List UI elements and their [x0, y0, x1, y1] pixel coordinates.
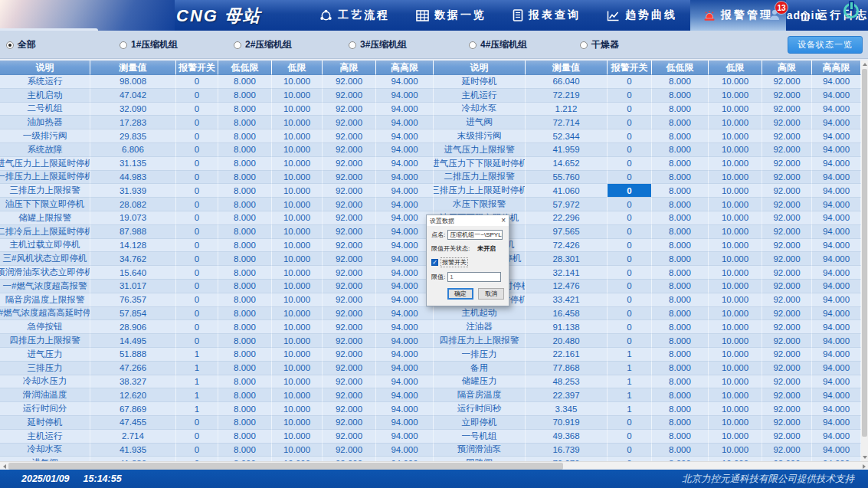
cell-alarm-switch[interactable]: 1	[176, 402, 218, 416]
dialog-titlebar[interactable]: 设置数据 ×	[427, 215, 509, 226]
cell-alarm-switch[interactable]: 0	[176, 198, 218, 211]
nav-item-process[interactable]: 工艺流程	[306, 0, 403, 31]
radio-icon[interactable]	[580, 41, 588, 49]
cell-alarm-switch[interactable]: 0	[176, 116, 218, 129]
close-icon[interactable]: ×	[501, 217, 506, 224]
radio-icon[interactable]	[234, 41, 241, 49]
cell-alarm-switch[interactable]: 0	[176, 444, 218, 457]
cell-alarm-switch[interactable]: 0	[608, 129, 652, 143]
cell-lo-limit: 10.000	[272, 198, 323, 211]
table-row: 一排压力22.16118.00010.00092.00094.000	[434, 348, 861, 362]
cell-alarm-switch[interactable]: 0	[608, 239, 652, 253]
cell-alarm-switch[interactable]: 0	[608, 280, 652, 293]
cell-lolo-limit: 8.000	[218, 430, 272, 444]
cell-alarm-switch[interactable]: 0	[176, 89, 218, 103]
cell-description: 主机起动	[434, 307, 526, 321]
cell-alarm-switch[interactable]: 0	[176, 143, 218, 157]
cell-alarm-switch[interactable]: 0	[608, 444, 652, 457]
nav-item-data[interactable]: 数据一览	[403, 0, 500, 31]
filter-radio-unit1[interactable]: 1#压缩机组	[120, 38, 178, 51]
cell-alarm-switch[interactable]: 0	[608, 225, 652, 239]
radio-icon[interactable]	[349, 41, 356, 49]
cell-alarm-switch[interactable]: 1	[608, 375, 652, 389]
cell-measured-value: 41.060	[526, 184, 608, 198]
cell-alarm-switch[interactable]: 0	[608, 266, 652, 280]
cell-alarm-switch[interactable]: 0	[176, 416, 218, 430]
point-name-input[interactable]: 压缩机组一~\SPYLSSX	[447, 230, 503, 240]
cell-alarm-switch[interactable]: 0	[608, 320, 652, 334]
scroll-down-arrow-icon[interactable]	[861, 454, 868, 461]
cell-alarm-switch-selected[interactable]: 0	[608, 184, 652, 198]
nav-item-report[interactable]: 报表查询	[500, 0, 594, 31]
cell-alarm-switch[interactable]: 1	[176, 362, 218, 375]
cell-alarm-switch[interactable]: 0	[608, 116, 652, 129]
vertical-scrollbar[interactable]	[861, 61, 868, 461]
cell-alarm-switch[interactable]: 0	[608, 430, 652, 444]
cell-alarm-switch[interactable]: 0	[176, 430, 218, 444]
cell-hi-limit: 92.000	[323, 444, 376, 457]
cell-alarm-switch[interactable]: 1	[176, 348, 218, 362]
cell-alarm-switch[interactable]: 1	[176, 388, 218, 402]
cell-alarm-switch[interactable]: 1	[608, 402, 652, 416]
cell-alarm-switch[interactable]: 0	[176, 211, 218, 225]
filter-radio-unit3[interactable]: 3#压缩机组	[349, 38, 407, 51]
filter-radio-unit2[interactable]: 2#压缩机组	[234, 38, 292, 51]
cell-hi-limit: 92.000	[762, 198, 812, 211]
power-icon[interactable]	[843, 3, 859, 18]
cell-alarm-switch[interactable]: 0	[608, 334, 652, 348]
cell-alarm-switch[interactable]: 0	[608, 89, 652, 103]
cell-alarm-switch[interactable]: 0	[176, 103, 218, 116]
cell-alarm-switch[interactable]: 0	[176, 320, 218, 334]
cell-alarm-switch[interactable]: 0	[176, 266, 218, 280]
cell-alarm-switch[interactable]: 0	[608, 143, 652, 157]
cell-description: 滑润油温度	[0, 388, 90, 402]
cell-alarm-switch[interactable]: 0	[176, 252, 218, 266]
scroll-up-arrow-icon[interactable]	[861, 61, 868, 68]
user-menu[interactable]: admin	[768, 0, 822, 31]
filter-radio-dryer[interactable]: 干燥器	[580, 38, 619, 51]
filter-radio-all[interactable]: 全部	[6, 38, 36, 51]
cell-alarm-switch[interactable]: 0	[176, 293, 218, 307]
radio-icon[interactable]	[120, 41, 127, 49]
cell-alarm-switch[interactable]: 0	[608, 157, 652, 171]
cell-lo-limit: 10.000	[272, 362, 323, 375]
alarm-switch-checkbox-label[interactable]: 报警开关	[441, 257, 468, 267]
cell-alarm-switch[interactable]: 0	[608, 211, 652, 225]
cell-alarm-switch[interactable]: 0	[608, 307, 652, 321]
cell-alarm-switch[interactable]: 0	[608, 75, 652, 89]
cell-alarm-switch[interactable]: 0	[608, 252, 652, 266]
cell-alarm-switch[interactable]: 0	[608, 198, 652, 211]
cell-alarm-switch[interactable]: 1	[608, 362, 652, 375]
cell-alarm-switch[interactable]: 0	[176, 184, 218, 198]
cell-alarm-switch[interactable]: 1	[608, 348, 652, 362]
cell-hi-limit: 92.000	[323, 116, 376, 129]
cell-alarm-switch[interactable]: 0	[608, 171, 652, 185]
cell-alarm-switch[interactable]: 0	[608, 416, 652, 430]
radio-icon[interactable]	[469, 41, 477, 49]
cell-alarm-switch[interactable]: 0	[176, 307, 218, 321]
cell-alarm-switch[interactable]: 1	[608, 388, 652, 402]
radio-icon[interactable]	[6, 41, 14, 49]
cell-alarm-switch[interactable]: 0	[176, 239, 218, 253]
nav-item-trend[interactable]: 趋势曲线	[594, 0, 690, 31]
cell-alarm-switch[interactable]: 0	[176, 225, 218, 239]
cell-alarm-switch[interactable]: 1	[176, 375, 218, 389]
cell-alarm-switch[interactable]: 0	[176, 171, 218, 185]
cell-alarm-switch[interactable]: 0	[176, 334, 218, 348]
alarm-switch-checkbox[interactable]: ✓	[431, 259, 438, 266]
filter-radio-unit4[interactable]: 4#压缩机组	[469, 38, 527, 51]
device-status-button[interactable]: 设备状态一览	[788, 36, 863, 54]
horizontal-scroll-thumb[interactable]	[8, 463, 563, 470]
cell-alarm-switch[interactable]: 0	[608, 293, 652, 307]
cell-alarm-switch[interactable]: 0	[608, 103, 652, 116]
cell-hihi-limit: 94.000	[812, 320, 861, 334]
cell-alarm-switch[interactable]: 0	[176, 75, 218, 89]
cell-alarm-switch[interactable]: 0	[176, 129, 218, 143]
horizontal-scrollbar[interactable]	[0, 461, 868, 470]
limit-value-input[interactable]: 1	[447, 272, 501, 282]
cell-alarm-switch[interactable]: 0	[176, 280, 218, 293]
cancel-button[interactable]: 取消	[478, 288, 504, 300]
cell-alarm-switch[interactable]: 0	[176, 157, 218, 171]
ok-button[interactable]: 确定	[447, 288, 473, 300]
vertical-scroll-thumb[interactable]	[862, 69, 867, 437]
